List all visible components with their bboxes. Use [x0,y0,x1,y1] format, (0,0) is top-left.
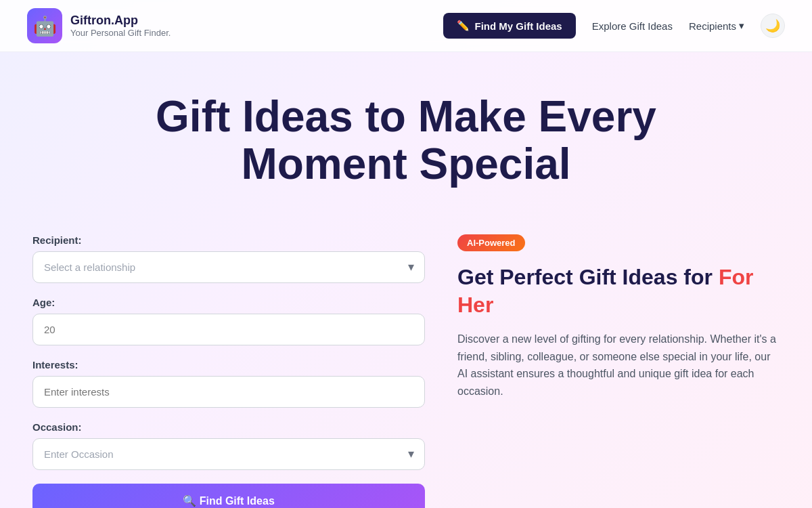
main-content: Recipient: Select a relationship Partner… [0,234,812,508]
moon-icon: 🌙 [765,18,780,33]
app-tagline: Your Personal Gift Finder. [70,28,171,38]
recipients-label: Recipients [689,20,736,32]
occasion-label: Occasion: [32,421,425,433]
hero-section: Gift Ideas to Make Every Moment Special [0,52,812,234]
interests-label: Interests: [32,359,425,371]
robot-emoji: 🤖 [33,15,57,37]
pencil-icon: ✏️ [457,20,470,32]
logo-icon: 🤖 [27,8,62,43]
interests-group: Interests: [32,359,425,408]
promo-heading: Get Perfect Gift Ideas for For Her [457,263,780,320]
recipient-select[interactable]: Select a relationship Partner Friend Sib… [32,251,425,283]
age-input[interactable] [32,314,425,345]
promo-panel: AI-Powered Get Perfect Gift Ideas for Fo… [457,234,780,508]
occasion-select-wrapper: Enter Occasion Birthday Anniversary Chri… [32,438,425,470]
occasion-group: Occasion: Enter Occasion Birthday Annive… [32,421,425,470]
chevron-down-icon: ▾ [739,20,744,32]
age-group: Age: [32,297,425,345]
app-name: Giftron.App [70,14,171,28]
explore-gifts-link[interactable]: Explore Gift Ideas [592,20,673,32]
ai-badge: AI-Powered [457,234,525,251]
find-button-label: Find My Gift Ideas [475,20,562,32]
navbar: 🤖 Giftron.App Your Personal Gift Finder.… [0,0,812,52]
age-label: Age: [32,297,425,308]
submit-button[interactable]: 🔍 Find Gift Ideas [32,484,425,508]
find-gift-button[interactable]: ✏️ Find My Gift Ideas [443,13,576,39]
logo-area: 🤖 Giftron.App Your Personal Gift Finder. [27,8,171,43]
gift-form: Recipient: Select a relationship Partner… [32,234,425,508]
recipient-group: Recipient: Select a relationship Partner… [32,234,425,283]
nav-right: ✏️ Find My Gift Ideas Explore Gift Ideas… [443,13,785,39]
promo-body: Discover a new level of gifting for ever… [457,331,780,400]
logo-text: Giftron.App Your Personal Gift Finder. [70,14,171,38]
recipient-select-wrapper: Select a relationship Partner Friend Sib… [32,251,425,283]
submit-label: 🔍 Find Gift Ideas [183,495,275,507]
occasion-select[interactable]: Enter Occasion Birthday Anniversary Chri… [32,438,425,470]
dark-mode-toggle[interactable]: 🌙 [761,14,785,38]
promo-heading-start: Get Perfect Gift Ideas for [457,265,719,289]
interests-input[interactable] [32,376,425,408]
recipient-label: Recipient: [32,234,425,246]
recipients-dropdown[interactable]: Recipients ▾ [689,20,744,32]
hero-title: Gift Ideas to Make Every Moment Special [68,93,744,188]
